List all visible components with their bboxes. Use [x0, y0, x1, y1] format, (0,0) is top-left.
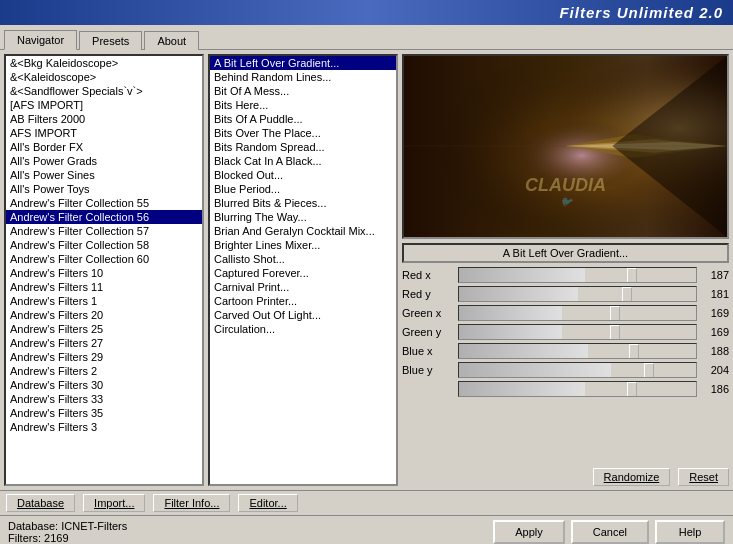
- status-bar: Database: ICNET-Filters Filters: 2169 Ap…: [0, 515, 733, 544]
- left-list-item[interactable]: &<Sandflower Specials`v`>: [6, 84, 202, 98]
- left-list-item[interactable]: All's Power Toys: [6, 182, 202, 196]
- left-list-item[interactable]: Andrew's Filters 10: [6, 266, 202, 280]
- slider-track[interactable]: [458, 362, 697, 378]
- import-button[interactable]: Import...: [83, 494, 145, 512]
- slider-label: Red y: [402, 288, 454, 300]
- left-list-item[interactable]: Andrew's Filters 30: [6, 378, 202, 392]
- slider-label: Green y: [402, 326, 454, 338]
- left-list-item[interactable]: Andrew's Filter Collection 60: [6, 252, 202, 266]
- mid-list-item[interactable]: Bits Random Spread...: [210, 140, 396, 154]
- category-list[interactable]: &<Bkg Kaleidoscope>&<Kaleidoscope>&<Sand…: [4, 54, 204, 486]
- left-list-item[interactable]: AB Filters 2000: [6, 112, 202, 126]
- slider-row: Red y 181: [402, 286, 729, 302]
- left-list-item[interactable]: Andrew's Filters 2: [6, 364, 202, 378]
- left-list-item[interactable]: Andrew's Filters 11: [6, 280, 202, 294]
- mid-list-item[interactable]: Cartoon Printer...: [210, 294, 396, 308]
- slider-label: Blue y: [402, 364, 454, 376]
- slider-label: Red x: [402, 269, 454, 281]
- mid-list-item[interactable]: Blurred Bits & Pieces...: [210, 196, 396, 210]
- slider-value: 187: [701, 269, 729, 281]
- title-bar: Filters Unlimited 2.0: [0, 0, 733, 25]
- mid-list-item[interactable]: Carved Out Of Light...: [210, 308, 396, 322]
- slider-row: Green x 169: [402, 305, 729, 321]
- mid-list-item[interactable]: Black Cat In A Black...: [210, 154, 396, 168]
- mid-list-item[interactable]: A Bit Left Over Gradient...: [210, 56, 396, 70]
- database-button[interactable]: Database: [6, 494, 75, 512]
- preview-box: CLAUDIA 🐦: [402, 54, 729, 239]
- left-list-item[interactable]: Andrew's Filter Collection 55: [6, 196, 202, 210]
- slider-value: 204: [701, 364, 729, 376]
- left-list-item[interactable]: [AFS IMPORT]: [6, 98, 202, 112]
- mid-list-item[interactable]: Circulation...: [210, 322, 396, 336]
- slider-label: Blue x: [402, 345, 454, 357]
- mid-list-item[interactable]: Brian And Geralyn Cocktail Mix...: [210, 224, 396, 238]
- slider-label: Green x: [402, 307, 454, 319]
- main-content: &<Bkg Kaleidoscope>&<Kaleidoscope>&<Sand…: [0, 50, 733, 490]
- filter-name-bar: A Bit Left Over Gradient...: [402, 243, 729, 263]
- randomize-button[interactable]: Randomize: [593, 468, 671, 486]
- tab-navigator[interactable]: Navigator: [4, 30, 77, 50]
- slider-track[interactable]: [458, 286, 697, 302]
- tab-about[interactable]: About: [144, 31, 199, 50]
- database-status: Database: ICNET-Filters: [8, 520, 485, 532]
- left-list-item[interactable]: Andrew's Filters 29: [6, 350, 202, 364]
- slider-value: 169: [701, 326, 729, 338]
- left-list-item[interactable]: Andrew's Filters 35: [6, 406, 202, 420]
- left-list-item[interactable]: Andrew's Filters 33: [6, 392, 202, 406]
- extra-slider-track[interactable]: [458, 381, 697, 397]
- slider-value: 181: [701, 288, 729, 300]
- status-info: Database: ICNET-Filters Filters: 2169: [8, 520, 485, 544]
- left-list-item[interactable]: Andrew's Filters 27: [6, 336, 202, 350]
- mid-list-item[interactable]: Blocked Out...: [210, 168, 396, 182]
- slider-track[interactable]: [458, 343, 697, 359]
- filter-count: 2169: [44, 532, 68, 544]
- slider-value: 169: [701, 307, 729, 319]
- cancel-button[interactable]: Cancel: [571, 520, 649, 544]
- mid-list-item[interactable]: Behind Random Lines...: [210, 70, 396, 84]
- extra-value-row: 186: [402, 381, 729, 397]
- action-buttons: Apply Cancel Help: [493, 520, 725, 544]
- mid-list-item[interactable]: Callisto Shot...: [210, 252, 396, 266]
- right-panel: CLAUDIA 🐦 A Bit Left Over Gradient... Re…: [402, 54, 729, 486]
- left-list-item[interactable]: AFS IMPORT: [6, 126, 202, 140]
- left-list-item[interactable]: Andrew's Filter Collection 56: [6, 210, 202, 224]
- mid-list-item[interactable]: Brighter Lines Mixer...: [210, 238, 396, 252]
- mid-list-item[interactable]: Bit Of A Mess...: [210, 84, 396, 98]
- sliders-area: Red x 187 Red y 181 Green x 169 Green y: [402, 267, 729, 462]
- editor-button[interactable]: Editor...: [238, 494, 297, 512]
- slider-row: Blue y 204: [402, 362, 729, 378]
- left-list-item[interactable]: Andrew's Filter Collection 57: [6, 224, 202, 238]
- left-list-item[interactable]: &<Bkg Kaleidoscope>: [6, 56, 202, 70]
- slider-row: Green y 169: [402, 324, 729, 340]
- left-list-item[interactable]: Andrew's Filters 3: [6, 420, 202, 434]
- tab-presets[interactable]: Presets: [79, 31, 142, 50]
- filter-info-button[interactable]: Filter Info...: [153, 494, 230, 512]
- mid-panel: A Bit Left Over Gradient...Behind Random…: [208, 54, 398, 486]
- left-list-item[interactable]: Andrew's Filters 25: [6, 322, 202, 336]
- slider-track[interactable]: [458, 305, 697, 321]
- slider-track[interactable]: [458, 267, 697, 283]
- left-list-item[interactable]: Andrew's Filter Collection 58: [6, 238, 202, 252]
- mid-list-item[interactable]: Carnival Print...: [210, 280, 396, 294]
- bottom-toolbar: Database Import... Filter Info... Editor…: [0, 490, 733, 515]
- slider-track[interactable]: [458, 324, 697, 340]
- mid-list-item[interactable]: Blue Period...: [210, 182, 396, 196]
- left-list-item[interactable]: All's Border FX: [6, 140, 202, 154]
- mid-list-item[interactable]: Bits Of A Puddle...: [210, 112, 396, 126]
- selected-filter-name: A Bit Left Over Gradient...: [503, 247, 628, 259]
- extra-value: 186: [701, 383, 729, 395]
- mid-list-item[interactable]: Bits Over The Place...: [210, 126, 396, 140]
- left-list-item[interactable]: All's Power Grads: [6, 154, 202, 168]
- left-list-item[interactable]: Andrew's Filters 1: [6, 294, 202, 308]
- apply-button[interactable]: Apply: [493, 520, 565, 544]
- left-list-item[interactable]: Andrew's Filters 20: [6, 308, 202, 322]
- reset-button[interactable]: Reset: [678, 468, 729, 486]
- left-list-item[interactable]: All's Power Sines: [6, 168, 202, 182]
- help-button[interactable]: Help: [655, 520, 725, 544]
- mid-list-item[interactable]: Blurring The Way...: [210, 210, 396, 224]
- filter-list[interactable]: A Bit Left Over Gradient...Behind Random…: [208, 54, 398, 486]
- mid-list-item[interactable]: Captured Forever...: [210, 266, 396, 280]
- left-list-item[interactable]: &<Kaleidoscope>: [6, 70, 202, 84]
- slider-row: Blue x 188: [402, 343, 729, 359]
- mid-list-item[interactable]: Bits Here...: [210, 98, 396, 112]
